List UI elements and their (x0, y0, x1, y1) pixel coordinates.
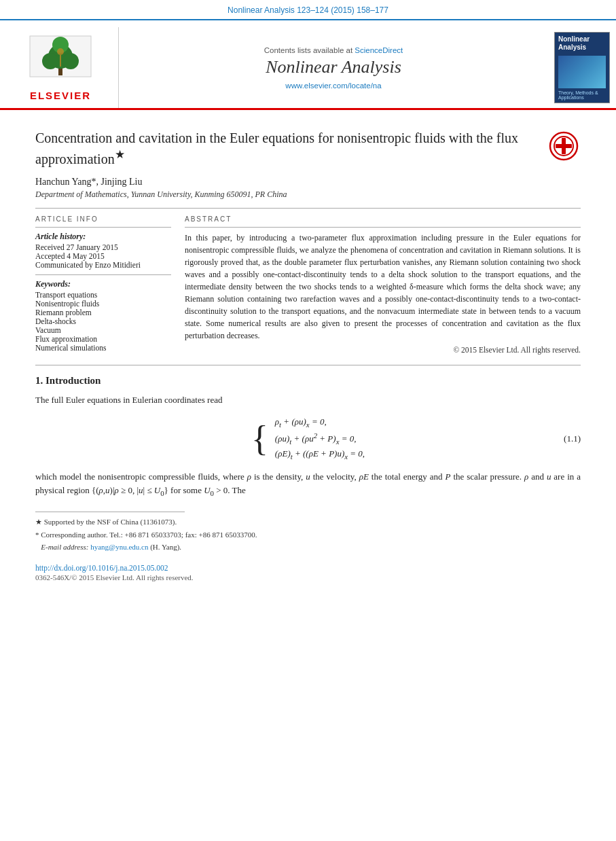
keyword-3: Riemann problem (35, 308, 171, 317)
article-history-label: Article history: (35, 232, 171, 242)
intro-paragraph-1: The full Euler equations in Eulerian coo… (35, 393, 581, 408)
accepted-date: Accepted 4 May 2015 (35, 252, 171, 260)
equation-number: (1.1) (564, 433, 581, 444)
footnote-email: E-mail address: hyang@ynu.edu.cn (H. Yan… (35, 541, 581, 553)
journal-logo-area: NonlinearAnalysis Theory, Methods & Appl… (548, 27, 616, 108)
doi-area: http://dx.doi.org/10.1016/j.na.2015.05.0… (0, 554, 616, 584)
elsevier-tree-icon (23, 33, 98, 87)
copyright-line: © 2015 Elsevier Ltd. All rights reserved… (185, 346, 581, 354)
received-date: Received 27 January 2015 (35, 243, 171, 251)
title-star: ★ (115, 148, 125, 161)
issn-line: 0362-546X/© 2015 Elsevier Ltd. All right… (35, 573, 581, 581)
svg-point-6 (57, 48, 64, 55)
section-divider (35, 365, 581, 365)
main-content-area: Concentration and cavitation in the Eule… (0, 110, 616, 499)
article-info-column: ARTICLE INFO Article history: Received 2… (35, 215, 171, 354)
sciencedirect-link[interactable]: ScienceDirect (355, 46, 403, 54)
introduction-heading: 1. Introduction (35, 375, 581, 387)
equation-lines: ρt + (ρu)x = 0, (ρu)t + (ρu2 + P)x = 0, … (275, 416, 365, 460)
intro-paragraph-2: which model the nonisentropic compressib… (35, 470, 581, 500)
email-suffix: (H. Yang). (150, 543, 181, 551)
elsevier-wordmark: ELSEVIER (30, 90, 91, 101)
svg-point-3 (42, 53, 58, 69)
header-divider (35, 208, 581, 209)
left-brace: { (251, 421, 268, 457)
journal-logo-box: NonlinearAnalysis Theory, Methods & Appl… (554, 32, 610, 103)
svg-point-4 (62, 53, 79, 69)
journal-url[interactable]: www.elsevier.com/locate/na (285, 82, 381, 90)
eq-line-1: ρt + (ρu)x = 0, (275, 416, 365, 429)
article-info-label: ARTICLE INFO (35, 215, 171, 223)
abstract-text: In this paper, by introducing a two-para… (185, 232, 581, 342)
keyword-1: Transport equations (35, 291, 171, 299)
abstract-divider (185, 227, 581, 228)
abstract-label: ABSTRACT (185, 215, 581, 223)
journal-logo-title: NonlinearAnalysis (558, 35, 590, 52)
journal-header: ELSEVIER Contents lists available at Sci… (0, 20, 616, 110)
footnote-divider (35, 512, 185, 512)
authors-line: Hanchun Yang*, Jinjing Liu (35, 177, 581, 187)
top-citation-bar: Nonlinear Analysis 123–124 (2015) 158–17… (0, 0, 616, 20)
journal-center-info: Contents lists available at ScienceDirec… (119, 27, 548, 108)
abstract-column: ABSTRACT In this paper, by introducing a… (185, 215, 581, 354)
footnote-star: ★ Supported by the NSF of China (1136107… (35, 516, 581, 528)
journal-logo-subtitle: Theory, Methods & Applications (558, 90, 606, 100)
info-divider-top (35, 227, 171, 228)
contents-available-line: Contents lists available at ScienceDirec… (264, 46, 403, 54)
citation-text: Nonlinear Analysis 123–124 (2015) 158–17… (228, 5, 388, 15)
authors-text: Hanchun Yang*, Jinjing Liu (35, 177, 143, 187)
keyword-2: Nonisentropic fluids (35, 300, 171, 308)
journal-title-header: Nonlinear Analysis (266, 57, 401, 77)
keyword-4: Delta-shocks (35, 317, 171, 325)
keywords-label: Keywords: (35, 279, 171, 289)
keyword-7: Numerical simulations (35, 344, 171, 352)
info-divider-keywords (35, 274, 171, 275)
eq-line-3: (ρE)t + ((ρE + P)u)x = 0, (275, 448, 365, 461)
equation-inner: { ρt + (ρu)x = 0, (ρu)t + (ρu2 + P)x = 0… (251, 416, 365, 460)
affiliation-line: Department of Mathematics, Yunnan Univer… (35, 190, 581, 200)
eq-line-2: (ρu)t + (ρu2 + P)x = 0, (275, 431, 365, 446)
keyword-6: Flux approximation (35, 335, 171, 343)
elsevier-logo-area: ELSEVIER (0, 27, 119, 108)
equation-block-1-1: { ρt + (ρu)x = 0, (ρu)t + (ρu2 + P)x = 0… (35, 416, 581, 460)
crossmark-logo[interactable] (547, 129, 581, 163)
crossmark-icon (549, 131, 579, 161)
keyword-5: Vacuum (35, 326, 171, 334)
footnote-asterisk: * Corresponding author. Tel.: +86 871 65… (35, 529, 581, 541)
article-title: Concentration and cavitation in the Eule… (35, 129, 581, 168)
communicated-by: Communicated by Enzo Mitidieri (35, 261, 171, 269)
journal-logo-image (558, 56, 606, 88)
doi-link[interactable]: http://dx.doi.org/10.1016/j.na.2015.05.0… (35, 564, 581, 572)
footnote-area: ★ Supported by the NSF of China (1136107… (0, 512, 616, 553)
info-abstract-columns: ARTICLE INFO Article history: Received 2… (35, 215, 581, 354)
svg-rect-11 (556, 144, 572, 148)
email-link[interactable]: hyang@ynu.edu.cn (90, 543, 148, 551)
